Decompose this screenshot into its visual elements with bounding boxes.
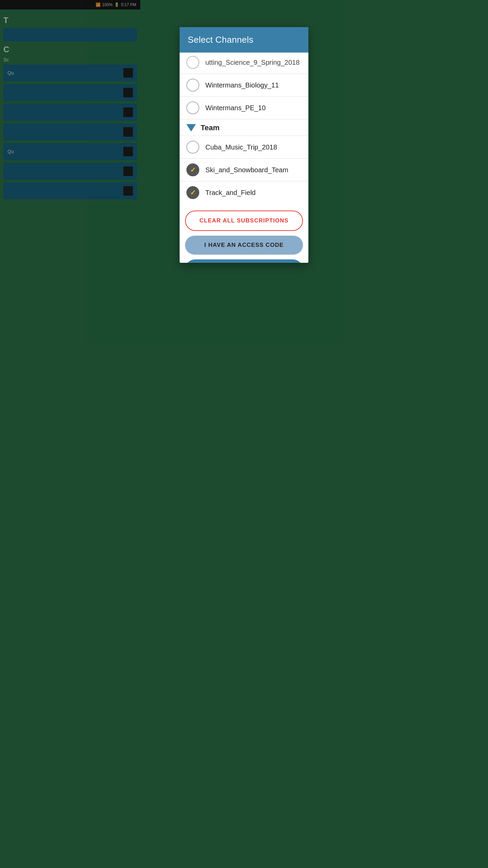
overlay-backdrop [0, 0, 140, 304]
